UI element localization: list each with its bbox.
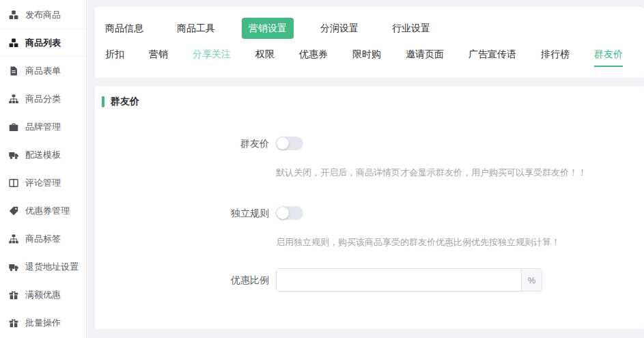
subtab-ad-slogan[interactable]: 广告宣传语 bbox=[468, 48, 516, 67]
document-icon bbox=[9, 66, 19, 76]
sidebar-item-coupon-management[interactable]: 优惠券管理 bbox=[0, 197, 86, 225]
sidebar-item-comment-management[interactable]: 评论管理 bbox=[0, 169, 86, 197]
main-tab-bar: 商品信息 商品工具 营销设置 分润设置 行业设置 bbox=[98, 18, 637, 39]
group-price-form: 群友价 默认关闭，开启后，商品详情页才会显示群友价，用户购买可以享受群友价！！ … bbox=[102, 137, 637, 292]
sidebar-item-label: 商品标签 bbox=[25, 233, 61, 245]
subtab-invite-page[interactable]: 邀请页面 bbox=[406, 48, 444, 67]
sidebar-item-label: 评论管理 bbox=[25, 177, 61, 189]
sitemap-icon bbox=[9, 234, 19, 244]
sidebar-item-label: 退货地址设置 bbox=[25, 261, 79, 273]
sidebar-item-label: 商品表单 bbox=[25, 65, 61, 77]
percent-suffix: % bbox=[521, 269, 542, 291]
group-price-label: 群友价 bbox=[102, 137, 269, 179]
group-price-help-text: 默认关闭，开启后，商品详情页才会显示群友价，用户购买可以享受群友价！！ bbox=[276, 167, 587, 179]
section-header: 群友价 bbox=[102, 96, 637, 108]
gift-icon bbox=[9, 318, 19, 328]
toggle-knob bbox=[277, 207, 289, 219]
sidebar-item-product-form[interactable]: 商品表单 bbox=[0, 57, 86, 85]
truck-icon bbox=[9, 262, 19, 272]
independent-rule-label: 独立规则 bbox=[102, 206, 269, 249]
briefcase-icon bbox=[9, 122, 19, 132]
subtab-group-price[interactable]: 群友价 bbox=[594, 48, 623, 67]
sidebar-item-product-list[interactable]: 商品列表 bbox=[0, 29, 86, 57]
sidebar: 发布商品 商品列表 商品表单 商品分类 品牌管理 配送模板 评论管理 优惠券管理… bbox=[0, 0, 87, 338]
tab-profit-sharing-settings[interactable]: 分润设置 bbox=[313, 18, 365, 39]
sidebar-item-label: 发布商品 bbox=[25, 9, 61, 21]
tab-industry-settings[interactable]: 行业设置 bbox=[385, 18, 437, 39]
independent-rule-toggle[interactable] bbox=[276, 206, 303, 220]
sidebar-item-label: 品牌管理 bbox=[25, 121, 61, 133]
tab-product-tools[interactable]: 商品工具 bbox=[170, 18, 222, 39]
sidebar-item-label: 满额优惠 bbox=[25, 289, 61, 301]
sidebar-item-label: 批量操作 bbox=[25, 317, 61, 329]
sidebar-item-delivery-template[interactable]: 配送模板 bbox=[0, 141, 86, 169]
tab-marketing-settings[interactable]: 营销设置 bbox=[242, 18, 294, 39]
subtab-share-follow[interactable]: 分享关注 bbox=[193, 48, 231, 67]
subtab-permissions[interactable]: 权限 bbox=[255, 48, 275, 67]
subtab-coupons[interactable]: 优惠券 bbox=[299, 48, 328, 67]
columns-icon bbox=[9, 178, 19, 188]
section-accent-bar bbox=[102, 96, 104, 107]
tag-icon bbox=[9, 206, 19, 216]
sidebar-item-publish-product[interactable]: 发布商品 bbox=[0, 1, 86, 29]
tab-product-info[interactable]: 商品信息 bbox=[98, 18, 150, 39]
sidebar-item-label: 商品分类 bbox=[25, 93, 61, 105]
tabs-card: 商品信息 商品工具 营销设置 分润设置 行业设置 折扣 营销 分享关注 权限 优… bbox=[95, 7, 644, 78]
cubes-icon bbox=[9, 38, 19, 48]
toggle-knob bbox=[277, 137, 289, 150]
form-item-independent-rule: 独立规则 启用独立规则，购买该商品享受的群友价优惠比例优先按独立规则计算！ bbox=[102, 206, 637, 249]
sidebar-item-product-tags[interactable]: 商品标签 bbox=[0, 225, 86, 253]
main-area: 商品信息 商品工具 营销设置 分润设置 行业设置 折扣 营销 分享关注 权限 优… bbox=[87, 0, 644, 338]
subtab-ranking[interactable]: 排行榜 bbox=[541, 48, 570, 67]
form-item-discount-ratio: 优惠比例 % bbox=[102, 268, 637, 292]
subtab-marketing[interactable]: 营销 bbox=[149, 48, 168, 67]
gift-icon bbox=[9, 290, 19, 300]
group-price-panel: 群友价 群友价 默认关闭，开启后，商品详情页才会显示群友价，用户购买可以享受群友… bbox=[95, 86, 644, 329]
sidebar-item-label: 优惠券管理 bbox=[25, 205, 70, 217]
sitemap-icon bbox=[9, 94, 19, 104]
sidebar-item-label: 配送模板 bbox=[25, 149, 61, 161]
discount-ratio-label: 优惠比例 bbox=[102, 268, 269, 292]
cubes-icon bbox=[9, 10, 19, 20]
sidebar-item-batch-operations[interactable]: 批量操作 bbox=[0, 309, 86, 337]
discount-ratio-input[interactable] bbox=[277, 269, 521, 291]
section-title: 群友价 bbox=[111, 96, 139, 108]
subtab-discount[interactable]: 折扣 bbox=[105, 48, 124, 67]
truck-icon bbox=[9, 150, 19, 160]
sidebar-item-brand-management[interactable]: 品牌管理 bbox=[0, 113, 86, 141]
discount-ratio-input-group: % bbox=[276, 268, 542, 292]
independent-rule-help-text: 启用独立规则，购买该商品享受的群友价优惠比例优先按独立规则计算！ bbox=[276, 236, 560, 249]
sidebar-item-product-category[interactable]: 商品分类 bbox=[0, 85, 86, 113]
group-price-toggle[interactable] bbox=[276, 137, 303, 150]
sidebar-item-return-address-settings[interactable]: 退货地址设置 bbox=[0, 253, 86, 281]
form-item-group-price: 群友价 默认关闭，开启后，商品详情页才会显示群友价，用户购买可以享受群友价！！ bbox=[102, 137, 637, 179]
sidebar-item-full-amount-discount[interactable]: 满额优惠 bbox=[0, 281, 86, 309]
sub-tab-bar: 折扣 营销 分享关注 权限 优惠券 限时购 邀请页面 广告宣传语 排行榜 群友价 bbox=[98, 48, 637, 67]
subtab-flash-sale[interactable]: 限时购 bbox=[352, 48, 381, 67]
sidebar-item-label: 商品列表 bbox=[25, 37, 61, 49]
